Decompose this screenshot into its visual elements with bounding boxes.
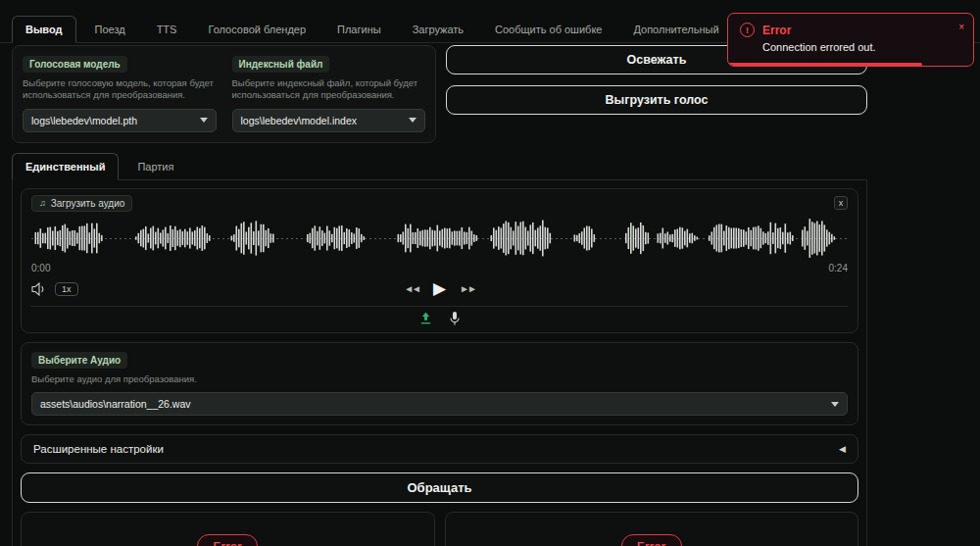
tab-batch[interactable]: Партия xyxy=(124,154,186,179)
error-toast-message: Connection errored out. xyxy=(762,41,961,53)
chevron-down-icon xyxy=(831,402,839,407)
accordion-arrow-icon: ◀ xyxy=(839,444,846,454)
index-file-field: Индексный файл Выберите индексный файл, … xyxy=(232,56,426,132)
toast-close-icon[interactable]: × xyxy=(958,22,964,32)
sub-tab-bar: Единственный Партия xyxy=(12,153,867,180)
volume-group: 1x xyxy=(31,282,78,296)
chevron-down-icon xyxy=(200,118,208,123)
output-panels: Error Error xyxy=(21,512,858,546)
output-info-panel: Error xyxy=(21,512,435,546)
unload-voice-button[interactable]: Выгрузить голос xyxy=(446,85,867,115)
tab-output[interactable]: Вывод xyxy=(12,16,76,43)
audio-player-header: ♫ Загрузить аудио x xyxy=(31,195,848,212)
output-error-badge: Error xyxy=(621,534,682,546)
model-panel: Голосовая модель Выберите голосовую моде… xyxy=(12,45,436,143)
tab-download[interactable]: Загружать xyxy=(400,17,476,42)
convert-button[interactable]: Обращать xyxy=(21,472,858,503)
error-toast: ! Error Connection errored out. × xyxy=(727,13,974,67)
player-footer xyxy=(31,306,848,326)
rewind-button[interactable]: ◄◄ xyxy=(404,283,419,294)
tab-tts[interactable]: TTS xyxy=(144,17,190,42)
forward-button[interactable]: ►► xyxy=(460,283,475,294)
voice-model-value: logs\lebedev\model.pth xyxy=(31,115,137,126)
upload-audio-label: Загрузить аудио xyxy=(51,198,125,209)
tab-content-frame: ♫ Загрузить аудио x 0:00 0:24 xyxy=(12,180,867,546)
select-audio-label: Выберите Аудио xyxy=(31,352,127,369)
tab-single[interactable]: Единственный xyxy=(12,153,119,180)
voice-model-field: Голосовая модель Выберите голосовую моде… xyxy=(23,56,217,132)
advanced-settings-accordion[interactable]: Расширенные настройки ◀ xyxy=(21,434,858,464)
time-row: 0:00 0:24 xyxy=(31,263,848,273)
tab-train[interactable]: Поезд xyxy=(82,17,138,42)
audio-player: ♫ Загрузить аудио x 0:00 0:24 xyxy=(21,188,858,333)
select-audio-block: Выберите Аудио Выберите аудио для преобр… xyxy=(21,342,858,425)
index-file-dropdown[interactable]: logs\lebedev\model.index xyxy=(232,109,426,132)
voice-model-label: Голосовая модель xyxy=(23,56,127,73)
music-note-icon: ♫ xyxy=(39,198,46,208)
tab-report-bug[interactable]: Сообщить об ошибке xyxy=(482,17,614,42)
play-button[interactable]: ▶ xyxy=(433,280,446,297)
tab-plugins[interactable]: Плагины xyxy=(324,17,394,42)
chevron-down-icon xyxy=(409,118,416,123)
volume-icon[interactable] xyxy=(31,282,47,296)
time-current: 0:00 xyxy=(31,263,50,273)
index-file-value: logs\lebedev\model.index xyxy=(241,115,358,126)
index-file-description: Выберите индексный файл, который будет и… xyxy=(232,77,426,102)
microphone-icon[interactable] xyxy=(449,311,461,326)
error-toast-title: Error xyxy=(762,24,791,37)
tab-extra[interactable]: Дополнительный xyxy=(620,17,731,42)
voice-model-description: Выберите голосовую модель, которая будет… xyxy=(23,77,217,102)
player-controls: 1x ◄◄ ▶ ►► xyxy=(31,275,848,303)
toast-progress-bar xyxy=(728,63,922,66)
upload-icon[interactable] xyxy=(418,311,433,325)
app-window: Вывод Поезд TTS Голосовой блендер Плагин… xyxy=(0,0,980,546)
audio-file-dropdown[interactable]: assets\audios\narration__26.wav xyxy=(31,392,848,416)
error-circle-icon: ! xyxy=(740,23,755,37)
main-content: Голосовая модель Выберите голосовую моде… xyxy=(12,45,867,546)
transport-controls: ◄◄ ▶ ►► xyxy=(404,280,475,297)
audio-file-value: assets\audios\narration__26.wav xyxy=(40,398,191,410)
advanced-settings-label: Расширенные настройки xyxy=(33,443,164,455)
index-file-label: Индексный файл xyxy=(232,56,330,73)
voice-model-dropdown[interactable]: logs\lebedev\model.pth xyxy=(23,109,217,132)
tab-voice-blender[interactable]: Голосовой блендер xyxy=(195,17,318,42)
error-toast-header: ! Error xyxy=(740,23,961,37)
close-icon[interactable]: x xyxy=(834,196,848,210)
select-audio-description: Выберите аудио для преобразования. xyxy=(31,373,848,385)
output-audio-panel: Error xyxy=(445,512,859,546)
playback-speed-button[interactable]: 1x xyxy=(55,282,78,296)
upload-audio-button[interactable]: ♫ Загрузить аудио xyxy=(31,195,132,212)
waveform-canvas[interactable] xyxy=(31,216,848,261)
time-total: 0:24 xyxy=(829,263,848,273)
output-error-badge: Error xyxy=(197,534,258,546)
